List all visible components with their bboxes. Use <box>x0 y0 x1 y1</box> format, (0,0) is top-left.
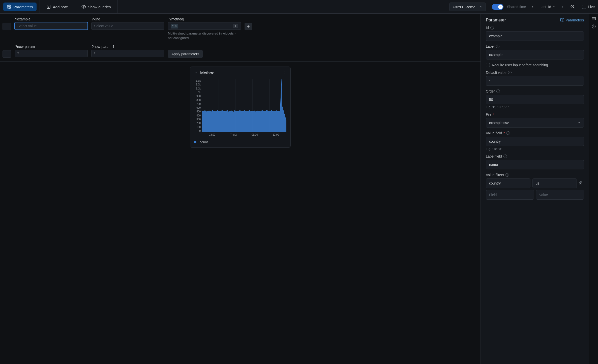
top-toolbar: Parameters Add note Show queries +02:00 … <box>0 0 598 14</box>
chart-legend: _count <box>194 140 286 144</box>
svg-rect-23 <box>592 19 595 20</box>
parameters-button-label: Parameters <box>13 5 33 9</box>
svg-point-13 <box>195 74 196 74</box>
timezone-select[interactable]: +02:00 Rome <box>449 3 486 11</box>
svg-point-16 <box>196 74 197 74</box>
filter-field-input[interactable]: country <box>486 178 530 188</box>
timezone-value: +02:00 Rome <box>453 5 475 9</box>
toggle-knob <box>498 5 503 9</box>
svg-line-7 <box>574 8 574 8</box>
remove-tag-icon[interactable]: ✕ <box>174 24 177 28</box>
param-input-method[interactable]: * ✕ 1 <box>168 22 241 30</box>
param-input-example[interactable]: Select value... <box>15 22 88 30</box>
zoom-out-button[interactable] <box>569 4 576 10</box>
param-prefix-slot[interactable] <box>3 23 11 30</box>
parameters-link[interactable]: Parameters <box>560 18 584 22</box>
require-label: Require user input before searching <box>492 63 548 67</box>
svg-point-12 <box>195 73 196 73</box>
time-range-select[interactable]: Last 1d <box>540 5 556 9</box>
time-next-button[interactable] <box>559 4 566 10</box>
filter-value-placeholder[interactable]: Value <box>536 190 584 200</box>
live-label: Live <box>588 5 595 9</box>
default-label: Default value <box>486 71 506 75</box>
x-axis: 18:00Thu 206:0012:00 <box>194 133 286 136</box>
svg-rect-21 <box>592 17 595 18</box>
label-input[interactable]: example <box>486 50 584 59</box>
show-queries-button[interactable]: Show queries <box>78 3 114 11</box>
drag-handle-icon[interactable] <box>194 71 198 75</box>
default-input[interactable]: * <box>486 76 584 86</box>
widget-card-method: Method ⋮ 1.3k1.2k1.1k1k90080070060050040… <box>190 67 291 148</box>
right-rail <box>589 14 598 364</box>
parameters-bar: ?example Select value... ?kind Select va… <box>0 14 481 62</box>
svg-point-11 <box>195 72 196 73</box>
shared-time-label: Shared time <box>507 5 526 9</box>
label-label: Label <box>486 44 494 48</box>
chevron-down-icon <box>480 5 483 9</box>
note-icon <box>46 5 51 9</box>
parameter-panel: Parameter Parameters Id i example Label … <box>481 14 589 364</box>
legend-label: _count <box>198 140 208 144</box>
value-field-hint: E.g. 'userId' <box>486 147 584 151</box>
legend-dot <box>194 141 196 143</box>
time-range-label: Last 1d <box>540 5 551 9</box>
filters-label: Value filters <box>486 173 504 177</box>
param-input-kind[interactable]: Select value... <box>91 22 164 30</box>
info-icon: i <box>503 155 507 158</box>
svg-rect-22 <box>592 18 595 19</box>
info-icon: i <box>496 45 499 48</box>
book-icon <box>560 18 564 22</box>
file-select[interactable]: example.csv <box>486 118 584 128</box>
info-icon: i <box>508 71 512 74</box>
chevron-down-icon <box>553 5 556 8</box>
order-hint: E.g. '1', '100', '76' <box>486 105 584 109</box>
svg-point-14 <box>196 72 197 73</box>
gear-icon <box>7 5 11 9</box>
apply-parameters-button[interactable]: Apply parameters <box>168 50 203 58</box>
id-label: Id <box>486 26 489 30</box>
shared-time-toggle[interactable] <box>492 4 503 10</box>
svg-point-15 <box>196 73 197 73</box>
filter-field-placeholder[interactable]: Field <box>486 190 534 200</box>
plot-area <box>202 79 286 132</box>
id-input[interactable]: example <box>486 31 584 41</box>
chart-plot[interactable]: 1.3k1.2k1.1k1k90080070060050040030020010… <box>194 79 286 132</box>
param-prefix-slot-2[interactable] <box>3 50 11 58</box>
dashboard-canvas: Method ⋮ 1.3k1.2k1.1k1k90080070060050040… <box>0 62 481 364</box>
param-label-new1: ?new-param-1 <box>91 45 164 49</box>
show-queries-label: Show queries <box>88 5 111 9</box>
panel-title: Parameter <box>486 18 506 23</box>
label-field-input[interactable]: name <box>486 160 584 169</box>
value-field-label: Value field <box>486 131 502 135</box>
live-checkbox[interactable] <box>582 5 586 9</box>
param-tag[interactable]: * ✕ <box>171 24 178 28</box>
widget-title: Method <box>200 71 279 76</box>
param-input-new[interactable]: * <box>15 50 88 57</box>
file-label: File <box>486 112 492 116</box>
rail-clock-icon[interactable] <box>591 24 596 29</box>
param-input-new1[interactable]: * <box>91 50 164 57</box>
svg-point-5 <box>83 6 84 8</box>
widget-menu-button[interactable]: ⋮ <box>282 70 286 76</box>
param-hint-method: Multi-valued parameter discovered in wid… <box>168 31 241 40</box>
info-icon: i <box>505 173 509 177</box>
y-axis: 1.3k1.2k1.1k1k90080070060050040030020010… <box>194 79 202 132</box>
order-input[interactable]: 50 <box>486 95 584 104</box>
require-input-checkbox[interactable] <box>486 63 490 67</box>
filter-value-input[interactable]: us <box>532 178 577 188</box>
add-parameter-button[interactable] <box>245 23 252 30</box>
area-chart-svg <box>202 79 286 132</box>
info-icon: i <box>496 89 500 93</box>
svg-point-0 <box>9 6 10 8</box>
time-prev-button[interactable] <box>529 4 536 10</box>
param-label-example: ?example <box>15 17 88 21</box>
info-icon: i <box>490 26 494 29</box>
param-count-badge: 1 <box>233 24 238 28</box>
info-icon: i <box>506 131 510 135</box>
rail-list-icon[interactable] <box>591 16 596 21</box>
add-note-button[interactable]: Add note <box>43 3 72 11</box>
label-field-label: Label field <box>486 154 502 158</box>
value-field-input[interactable]: country <box>486 137 584 146</box>
delete-filter-button[interactable] <box>579 181 584 185</box>
parameters-button[interactable]: Parameters <box>3 3 37 11</box>
